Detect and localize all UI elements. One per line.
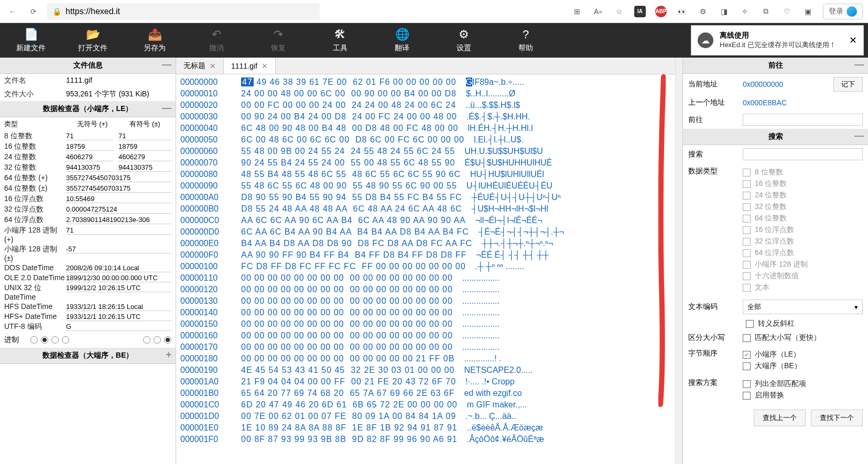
hex-row[interactable]: 0000003000 90 24 00 B4 24 00 D8 24 00 FC…: [176, 111, 675, 123]
hex-row[interactable]: 000000D06C AA 6C B4 AA 90 B4 AA B4 B4 AA…: [176, 226, 675, 238]
hex-bytes[interactable]: 00 00 00 00 00 00 00 00 00 00 00 00 00 0…: [241, 295, 453, 307]
goto-input[interactable]: [743, 114, 863, 126]
hex-row[interactable]: 000001A021 F9 04 04 04 00 00 FF 00 21 FE…: [176, 376, 675, 388]
hex-body[interactable]: 0000000047 49 46 38 39 61 7E 00 62 01 F6…: [176, 74, 675, 464]
hex-row[interactable]: 0000017000 00 00 00 00 00 00 00 00 00 00…: [176, 341, 675, 353]
url-input[interactable]: [66, 7, 314, 16]
list-all-checkbox-row[interactable]: 列出全部匹配项: [743, 378, 863, 390]
di-unsigned-input[interactable]: [66, 142, 113, 151]
login-button[interactable]: 登录: [823, 4, 863, 19]
hex-row[interactable]: 000001C06D 20 47 49 46 20 6D 61 6B 65 72…: [176, 399, 675, 411]
hex-ascii[interactable]: HU┤HU$lUHlUllUÉl: [470, 169, 544, 180]
hex-ascii[interactable]: l.El.┤l.┼l..U$.: [474, 134, 524, 146]
hex-row[interactable]: 0000009055 48 6C 55 6C 48 00 90 55 48 90…: [176, 180, 675, 192]
toolbar-tools[interactable]: 🛠工具: [309, 23, 371, 58]
di-unsigned-input[interactable]: [66, 132, 113, 140]
hex-bytes[interactable]: 90 24 55 B4 24 55 24 00 55 00 48 55 6C 4…: [241, 157, 455, 169]
hex-row[interactable]: 0000018000 00 00 00 00 00 00 00 00 00 00…: [176, 353, 675, 364]
close-tab-icon[interactable]: ✕: [210, 62, 216, 70]
toolbar-export[interactable]: 📤另存为: [124, 23, 186, 58]
datatype-option[interactable]: 小端序 128 进制: [743, 259, 863, 270]
replace-checkbox-row[interactable]: 启用替换: [743, 390, 863, 401]
hex-ascii[interactable]: ................: [462, 318, 500, 330]
file-info-header[interactable]: 文件信息—: [0, 58, 176, 74]
datatype-option[interactable]: 16 位浮点数: [743, 224, 863, 236]
hex-row[interactable]: 0000006055 48 00 9B 00 24 55 24 24 55 48…: [176, 146, 675, 157]
file-tab[interactable]: 无标题✕: [176, 58, 224, 74]
escape-checkbox-row[interactable]: 转义反斜杠: [683, 317, 868, 330]
hex-bytes[interactable]: B4 AA B4 D8 AA D8 D8 90 D8 FC D8 AA D8 F…: [241, 238, 472, 249]
datatype-option[interactable]: 64 位整数: [743, 213, 863, 224]
di-value-input[interactable]: [66, 313, 171, 321]
hex-ascii[interactable]: ┤É¬É┤¬┤┤¬┼┤¬┤.┼¬: [479, 226, 564, 238]
remember-button[interactable]: 记下: [833, 77, 863, 92]
hex-row[interactable]: 000000506C 00 48 6C 00 6C 6C 00 D8 6C 00…: [176, 134, 675, 146]
hex-ascii[interactable]: .~.b... Ç...ää..: [465, 411, 516, 422]
hex-bytes[interactable]: 00 00 FC 00 00 00 24 00 24 24 00 48 24 0…: [241, 100, 456, 111]
hex-bytes[interactable]: 00 7E 00 62 01 00 07 FE 80 09 1A 00 84 8…: [241, 411, 456, 422]
hex-row[interactable]: 000000B0D8 55 24 48 AA 48 48 AA 6C 48 AA…: [176, 203, 675, 215]
datatype-option[interactable]: 十六进制数值: [743, 270, 863, 282]
hex-bytes[interactable]: FC D8 FF D8 FC FF FC FC FF 00 00 00 00 0…: [241, 261, 466, 272]
collapse-icon[interactable]: —: [854, 132, 864, 139]
refresh-button[interactable]: ⟳: [26, 4, 41, 19]
eyes-icon[interactable]: 👀: [676, 6, 688, 17]
search-input[interactable]: [743, 148, 863, 160]
hex-bytes[interactable]: 65 64 20 77 69 74 68 20 65 7A 67 69 66 2…: [241, 388, 454, 399]
hex-row[interactable]: 000000F0AA 90 90 FF 90 B4 FF B4 B4 FF D8…: [176, 249, 675, 261]
di-signed-input[interactable]: [118, 142, 171, 151]
hex-row[interactable]: 000001D000 7E 00 62 01 00 07 FE 80 09 1A…: [176, 411, 675, 422]
datatype-option[interactable]: 64 位浮点数: [743, 247, 863, 259]
library-icon[interactable]: ⧉: [760, 6, 772, 17]
hex-row[interactable]: 0000016000 00 00 00 00 00 00 00 00 00 00…: [176, 330, 675, 341]
hex-row[interactable]: 0000014000 00 00 00 00 00 00 00 00 00 00…: [176, 307, 675, 318]
hex-ascii[interactable]: ................: [462, 272, 500, 284]
hex-ascii[interactable]: ┼ÉUÉ┤U┤┤U┼┤Uⁿ┤Uⁿ: [472, 192, 561, 203]
collapse-icon[interactable]: —: [854, 61, 864, 68]
hex-row[interactable]: 000000C0AA 6C 6C AA 90 6C AA B4 6C AA 48…: [176, 215, 675, 226]
hex-row[interactable]: 000000406C 48 00 90 48 00 B4 48 00 D8 48…: [176, 123, 675, 134]
di-value-input[interactable]: [66, 323, 171, 331]
hex-bytes[interactable]: 00 8F 87 93 99 93 9B 8B 9D 82 8F 99 96 9…: [241, 434, 458, 445]
hex-bytes[interactable]: D8 90 55 90 B4 55 90 94 55 D8 B4 55 FC B…: [241, 192, 462, 203]
hex-row[interactable]: 0000015000 00 00 00 00 00 00 00 00 00 00…: [176, 318, 675, 330]
hex-bytes[interactable]: 1E 10 89 24 8A 8A 88 8F 1E 8F 1B 92 94 9…: [241, 422, 458, 434]
di-value-input[interactable]: [66, 303, 171, 311]
di-unsigned-input[interactable]: [66, 163, 113, 172]
hex-ascii[interactable]: GIF89a~.b.÷.....: [466, 76, 525, 88]
di-value-input[interactable]: [66, 226, 171, 235]
read-aloud-icon[interactable]: A»: [592, 6, 604, 17]
hex-row[interactable]: 0000012000 00 00 00 00 00 00 00 00 00 00…: [176, 284, 675, 295]
hex-ascii[interactable]: ┼┼¬.┤┼¬┼.ⁿ┼¬ⁿ.ⁿ¬: [482, 238, 553, 249]
hex-ascii[interactable]: .............! .: [464, 353, 501, 364]
collections-icon[interactable]: ✧: [739, 6, 751, 17]
hex-ascii[interactable]: ¬ll¬Él¬┤l¬lÉ¬ÉÉ¬: [475, 215, 542, 226]
radix-option[interactable]: [62, 336, 69, 344]
radix-option[interactable]: [51, 336, 59, 344]
hex-ascii[interactable]: m GIF maker.,...: [467, 399, 527, 411]
favorite-icon[interactable]: ☆: [613, 6, 625, 17]
hex-row[interactable]: 0000001024 00 00 48 00 00 6C 00 00 90 00…: [176, 88, 675, 100]
close-icon[interactable]: ✕: [849, 35, 857, 46]
toolbar-help[interactable]: ?帮助: [495, 23, 557, 58]
goto-header[interactable]: 前往—: [683, 58, 868, 74]
hex-ascii[interactable]: ..ë$èèêÅ.Å.Æöæçæ: [467, 422, 543, 434]
hex-bytes[interactable]: 4E 45 54 53 43 41 50 45 32 2E 30 03 01 0…: [241, 364, 454, 376]
hex-bytes[interactable]: D8 55 24 48 AA 48 48 AA 6C 48 AA 24 6C A…: [241, 203, 462, 215]
hex-row[interactable]: 000000A0D8 90 55 90 B4 55 90 94 55 D8 B4…: [176, 192, 675, 203]
datatype-option[interactable]: 文本: [743, 282, 863, 293]
hex-ascii[interactable]: ..ü...$.$$.H$.l$: [465, 100, 520, 111]
hex-bytes[interactable]: AA 90 90 FF 90 B4 FF B4 B4 FF D8 B4 FF D…: [241, 249, 466, 261]
hex-row[interactable]: 000001B065 64 20 77 69 74 68 20 65 7A 67…: [176, 388, 675, 399]
hex-row[interactable]: 00000100FC D8 FF D8 FC FF FC FC FF 00 00…: [176, 261, 675, 272]
di-value-input[interactable]: [66, 216, 171, 224]
datatype-option[interactable]: 16 位整数: [743, 178, 863, 190]
hex-row[interactable]: 0000002000 00 FC 00 00 00 24 00 24 24 00…: [176, 100, 675, 111]
hex-ascii[interactable]: !·.... .!• Cropp: [465, 376, 515, 388]
datatype-option[interactable]: 8 位整数: [743, 167, 863, 178]
hex-row[interactable]: 000001904E 45 54 53 43 41 50 45 32 2E 30…: [176, 364, 675, 376]
screenshot-icon[interactable]: ▣: [802, 6, 813, 17]
le-checkbox-row[interactable]: 小端序（LE）: [743, 349, 863, 360]
hex-scrollbar[interactable]: [675, 58, 682, 464]
hex-bytes[interactable]: 00 00 00 00 00 00 00 00 00 00 00 00 00 0…: [241, 272, 453, 284]
